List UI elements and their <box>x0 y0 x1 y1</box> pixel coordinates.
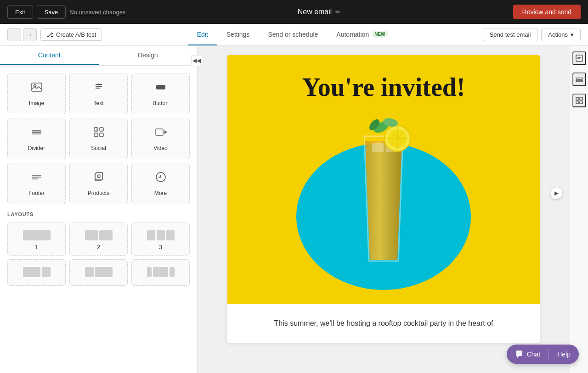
block-products-label: Products <box>88 190 109 196</box>
email-title: New email <box>298 8 332 16</box>
block-button[interactable]: Button <box>131 73 190 114</box>
divider-icon <box>30 126 43 141</box>
svg-marker-17 <box>164 130 167 134</box>
block-footer[interactable]: Footer <box>7 163 66 204</box>
block-video[interactable]: Video <box>131 118 190 159</box>
block-button-label: Button <box>153 100 169 106</box>
table-sidebar-icon[interactable] <box>572 94 586 107</box>
svg-rect-16 <box>156 129 163 135</box>
image-icon <box>30 81 43 96</box>
svg-rect-36 <box>576 55 582 61</box>
layout-5[interactable] <box>69 259 128 286</box>
email-canvas: You're invited! <box>227 55 540 343</box>
tab-automation[interactable]: Automation New <box>327 24 397 45</box>
cocktail-image <box>278 111 489 290</box>
chevron-down-icon: ▾ <box>571 31 574 38</box>
svg-rect-6 <box>156 85 165 89</box>
collapse-panel-button[interactable]: ◀◀ <box>191 55 202 66</box>
save-button[interactable]: Save <box>37 6 66 19</box>
more-icon <box>154 171 167 186</box>
layout-1[interactable]: 1 <box>7 223 66 256</box>
button-icon <box>154 81 167 96</box>
topbar-right: Review and send <box>513 5 581 19</box>
send-test-email-button[interactable]: Send test email <box>483 28 538 41</box>
canvas-area: You're invited! <box>198 46 570 373</box>
nav-forward-button[interactable]: → <box>23 28 37 41</box>
text-icon <box>92 81 105 96</box>
layout-2-label: 2 <box>97 244 100 251</box>
footer-icon <box>30 171 43 186</box>
tab-automation-label: Automation <box>336 31 369 38</box>
block-more-label: More <box>154 190 167 196</box>
svg-rect-13 <box>100 133 103 137</box>
layout-4[interactable] <box>7 259 66 286</box>
layout-4-col-1 <box>23 267 40 277</box>
exit-button[interactable]: Exit <box>7 6 33 19</box>
scroll-right-button[interactable]: ▶ <box>550 187 563 200</box>
layout-2-col-1 <box>85 230 98 240</box>
edit-pencil-icon[interactable]: ✏ <box>335 8 341 16</box>
main-layout: Content Design Image <box>0 46 588 373</box>
actions-label: Actions <box>548 31 568 38</box>
layout-4-col-2 <box>42 267 51 277</box>
chat-button[interactable]: Chat <box>507 345 549 364</box>
video-icon <box>154 126 167 141</box>
help-button[interactable]: Help <box>549 345 579 363</box>
nav-back-button[interactable]: ← <box>7 28 21 41</box>
chat-icon <box>515 350 523 358</box>
svg-rect-43 <box>576 101 579 104</box>
tab-design[interactable]: Design <box>99 46 198 65</box>
layout-2-col-2 <box>99 230 113 240</box>
block-social-label: Social <box>91 145 106 151</box>
tab-content[interactable]: Content <box>0 46 99 65</box>
cocktail-glass-svg <box>338 113 430 288</box>
layout-3-preview <box>147 230 175 240</box>
topbar-left: Exit Save No unsaved changes <box>7 6 125 19</box>
ab-test-button[interactable]: ⎇ Create A/B test <box>40 28 102 41</box>
tab-settings[interactable]: Settings <box>217 24 259 45</box>
svg-rect-12 <box>94 133 98 137</box>
review-and-send-button[interactable]: Review and send <box>513 5 581 19</box>
layout-3-label: 3 <box>159 244 162 251</box>
svg-point-21 <box>97 175 100 178</box>
block-image[interactable]: Image <box>7 73 66 114</box>
block-products[interactable]: Products <box>69 163 128 204</box>
svg-rect-41 <box>576 97 579 100</box>
layout-5-preview <box>85 267 113 277</box>
block-divider[interactable]: Divider <box>7 118 66 159</box>
tab-send-schedule[interactable]: Send or schedule <box>259 24 327 45</box>
block-more[interactable]: More <box>131 163 190 204</box>
layout-6-col-3 <box>170 267 175 277</box>
navbar-left: ← → ⎇ Create A/B test <box>7 28 102 41</box>
social-icon: # # <box>92 126 105 141</box>
block-footer-label: Footer <box>28 190 45 196</box>
chat-label: Chat <box>527 351 541 358</box>
block-video-label: Video <box>153 145 167 151</box>
block-text[interactable]: Text <box>69 73 128 114</box>
topbar-center: New email ✏ <box>298 8 341 16</box>
block-social[interactable]: # # Social <box>69 118 128 159</box>
layers-sidebar-icon[interactable] <box>572 72 586 86</box>
svg-rect-39 <box>576 78 582 79</box>
layouts-grid: 1 2 3 <box>7 223 190 286</box>
layout-6[interactable] <box>131 259 190 286</box>
cocktail-section <box>227 111 540 304</box>
actions-button[interactable]: Actions ▾ <box>541 28 581 41</box>
unsaved-changes-text: No unsaved changes <box>69 9 125 16</box>
block-image-label: Image <box>29 100 44 106</box>
layout-3-col-2 <box>157 230 165 240</box>
layout-3[interactable]: 3 <box>131 223 190 256</box>
nav-arrows: ← → <box>7 28 37 41</box>
block-text-label: Text <box>93 100 103 106</box>
panel-tabs: Content Design <box>0 46 197 66</box>
layout-2[interactable]: 2 <box>69 223 128 256</box>
tab-edit[interactable]: Edit <box>188 24 217 45</box>
svg-rect-40 <box>576 80 582 82</box>
layout-1-col <box>23 230 51 240</box>
ab-test-icon: ⎇ <box>46 31 53 38</box>
layout-2-preview <box>85 230 113 240</box>
layout-1-preview <box>23 230 51 240</box>
edit-sidebar-icon[interactable] <box>572 51 586 65</box>
svg-rect-25 <box>372 143 384 152</box>
svg-rect-0 <box>32 83 42 91</box>
